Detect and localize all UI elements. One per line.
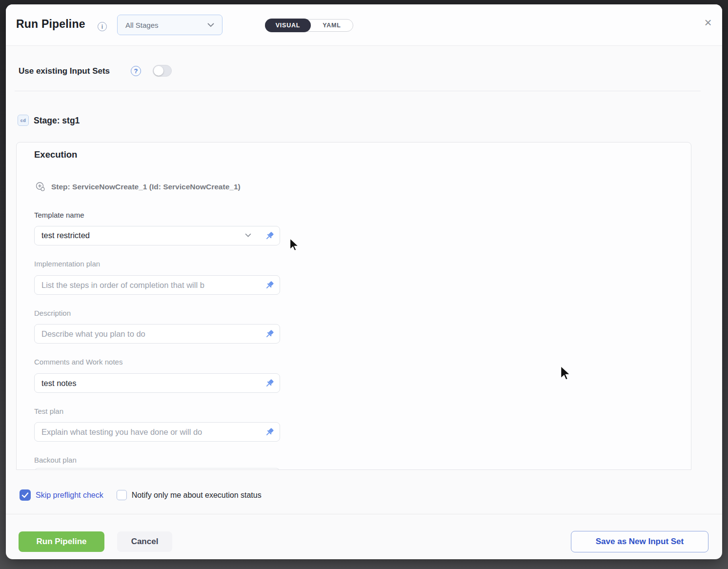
stage-selector-dropdown[interactable]: All Stages <box>117 15 222 35</box>
notify-me-label[interactable]: Notify only me about execution status <box>132 491 262 500</box>
description-input[interactable] <box>35 325 255 343</box>
visual-yaml-toggle: VISUAL YAML <box>265 19 353 32</box>
backout-plan-label: Backout plan <box>34 456 77 464</box>
step-row: Step: ServiceNowCreate_1 (Id: ServiceNow… <box>35 182 241 192</box>
execution-title: Execution <box>34 149 77 160</box>
stage-type-icon: cd <box>18 115 29 126</box>
comments-input[interactable] <box>35 374 255 392</box>
description-field <box>34 324 280 344</box>
implementation-plan-field <box>34 275 280 295</box>
test-plan-label: Test plan <box>34 407 63 415</box>
modal-header: Run Pipeline i All Stages VISUAL YAML × <box>6 4 722 46</box>
comments-label: Comments and Work notes <box>34 358 122 366</box>
input-sets-toggle[interactable] <box>153 65 172 77</box>
template-name-label: Template name <box>34 211 84 219</box>
step-icon <box>35 182 45 192</box>
run-pipeline-button[interactable]: Run Pipeline <box>19 531 104 552</box>
pin-icon[interactable] <box>264 378 275 389</box>
chevron-down-icon <box>245 233 251 238</box>
pin-icon[interactable] <box>264 427 275 438</box>
stage-label: Stage: stg1 <box>34 116 80 126</box>
implementation-plan-input[interactable] <box>35 276 255 294</box>
cancel-button[interactable]: Cancel <box>117 531 172 552</box>
help-icon[interactable]: ? <box>131 66 141 76</box>
page-title: Run Pipeline <box>16 18 85 31</box>
test-plan-input[interactable] <box>35 423 255 441</box>
save-as-new-input-set-button[interactable]: Save as New Input Set <box>571 531 708 552</box>
execution-card: Execution Step: ServiceNowCreate_1 (Id: … <box>16 142 691 470</box>
toggle-knob <box>154 66 163 76</box>
use-existing-input-sets-label: Use existing Input Sets <box>19 66 110 76</box>
skip-preflight-checkbox[interactable] <box>20 489 31 501</box>
options-row: Skip preflight check Notify only me abou… <box>20 489 262 501</box>
backout-plan-field[interactable] <box>34 468 280 470</box>
chevron-down-icon <box>207 23 214 27</box>
pin-icon[interactable] <box>264 231 275 242</box>
divider <box>6 514 722 514</box>
pin-icon[interactable] <box>264 280 275 291</box>
info-icon[interactable]: i <box>98 22 107 31</box>
test-plan-field <box>34 422 280 442</box>
comments-field <box>34 373 280 393</box>
description-label: Description <box>34 309 71 317</box>
stage-selector-value: All Stages <box>125 21 159 29</box>
pin-icon[interactable] <box>264 329 275 340</box>
check-icon <box>20 489 31 501</box>
implementation-plan-label: Implementation plan <box>34 260 100 268</box>
tab-yaml[interactable]: YAML <box>311 19 353 32</box>
run-pipeline-modal: Run Pipeline i All Stages VISUAL YAML × … <box>6 4 722 559</box>
close-icon[interactable]: × <box>701 15 715 30</box>
notify-me-checkbox[interactable] <box>117 490 127 500</box>
template-name-select[interactable]: test restricted <box>34 226 280 245</box>
tab-visual[interactable]: VISUAL <box>265 19 311 32</box>
divider <box>15 91 701 91</box>
template-name-value: test restricted <box>41 231 90 240</box>
step-label: Step: ServiceNowCreate_1 (Id: ServiceNow… <box>51 183 241 191</box>
skip-preflight-label[interactable]: Skip preflight check <box>36 491 103 500</box>
